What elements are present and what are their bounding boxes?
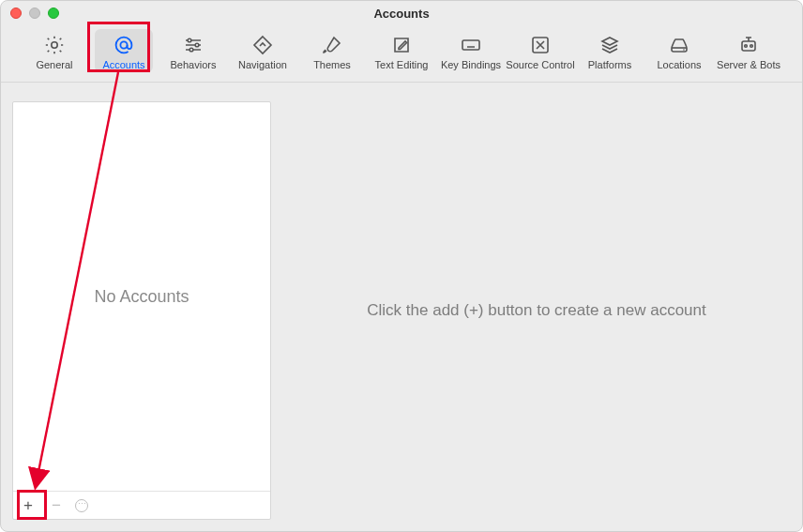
paintbrush-icon (320, 33, 344, 57)
tab-label: Key Bindings (441, 59, 501, 70)
sliders-icon (181, 33, 205, 57)
close-window-button[interactable] (10, 8, 22, 19)
tab-server-bots[interactable]: Server & Bots (720, 29, 778, 72)
svg-point-10 (750, 45, 753, 48)
accounts-list-body: No Accounts (13, 102, 270, 491)
tab-platforms[interactable]: Platforms (581, 29, 639, 72)
tab-key-bindings[interactable]: Key Bindings (442, 29, 500, 72)
tab-general[interactable]: General (25, 29, 83, 72)
arrow-diamond-icon (250, 33, 275, 57)
tab-text-editing[interactable]: Text Editing (372, 29, 431, 72)
svg-point-4 (189, 48, 193, 52)
tab-behaviors[interactable]: Behaviors (164, 29, 222, 72)
tab-themes[interactable]: Themes (303, 29, 361, 72)
source-control-icon (528, 33, 553, 57)
no-accounts-label: No Accounts (94, 287, 189, 307)
preferences-toolbar: General Accounts Behaviors (1, 25, 802, 83)
content-area: No Accounts + − Click the add (+) button… (1, 83, 802, 531)
window-controls (10, 8, 59, 19)
tab-navigation[interactable]: Navigation (234, 29, 292, 72)
remove-account-button[interactable]: − (47, 496, 66, 515)
tab-label: Text Editing (375, 59, 429, 70)
svg-point-9 (745, 45, 748, 48)
accounts-list-panel: No Accounts + − (12, 101, 271, 520)
pencil-square-icon (389, 33, 414, 57)
tab-label: Navigation (238, 59, 287, 70)
tab-label: Accounts (102, 59, 144, 70)
minimize-window-button[interactable] (29, 8, 40, 19)
svg-rect-5 (462, 40, 479, 50)
tab-label: Server & Bots (717, 59, 780, 70)
tab-accounts[interactable]: Accounts (95, 29, 153, 72)
add-account-button[interactable]: + (19, 496, 38, 515)
keyboard-icon (459, 33, 483, 57)
svg-point-0 (52, 42, 57, 48)
tab-label: Locations (657, 59, 701, 70)
tab-label: Behaviors (171, 59, 217, 70)
titlebar: Accounts (1, 1, 802, 25)
gear-icon (42, 33, 67, 57)
svg-point-7 (683, 49, 685, 51)
svg-point-2 (188, 38, 191, 42)
accounts-list-footer: + − (13, 491, 270, 519)
tab-locations[interactable]: Locations (650, 29, 708, 72)
svg-point-3 (195, 43, 199, 47)
tab-label: General (36, 59, 72, 70)
disk-icon (667, 33, 691, 57)
tab-label: Themes (313, 59, 351, 70)
tab-source-control[interactable]: Source Control (511, 29, 569, 72)
stack-icon (598, 33, 622, 57)
detail-empty-label: Click the add (+) button to create a new… (367, 301, 705, 320)
preferences-window: Accounts General Accounts (0, 0, 803, 532)
robot-icon (736, 33, 761, 57)
svg-point-1 (120, 41, 127, 48)
at-sign-icon (112, 33, 136, 57)
zoom-window-button[interactable] (48, 8, 59, 19)
tab-label: Source Control (506, 59, 574, 70)
window-title: Accounts (1, 7, 802, 21)
account-actions-button[interactable] (75, 499, 88, 512)
tab-label: Platforms (588, 59, 631, 70)
account-detail-panel: Click the add (+) button to create a new… (282, 101, 791, 520)
